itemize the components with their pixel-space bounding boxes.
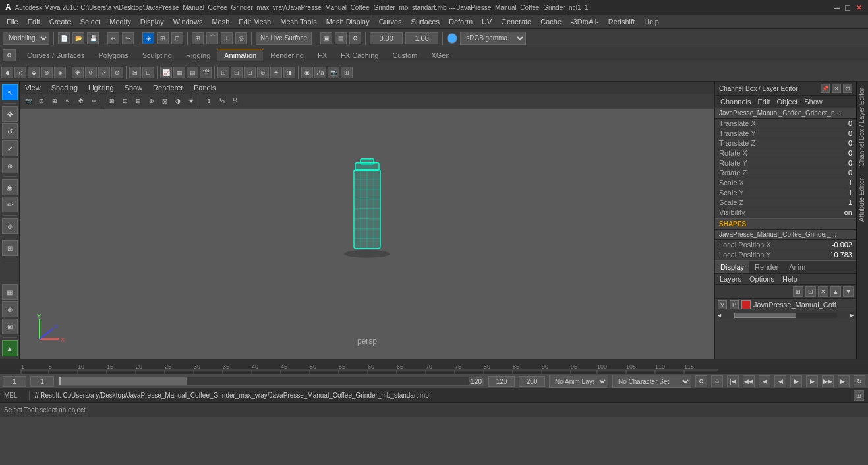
vp-cam-icon[interactable]: 📷: [22, 95, 34, 107]
anim-constraint-icon[interactable]: ⊠: [129, 67, 141, 78]
vp-menu-shading[interactable]: Shading: [49, 83, 80, 92]
channel-scale-y[interactable]: Scale Y 1: [715, 188, 856, 198]
anim-range-bar[interactable]: 120: [58, 377, 484, 386]
menu-display[interactable]: Display: [136, 16, 168, 27]
cb-menu-edit[interactable]: Edit: [755, 97, 772, 106]
close-button[interactable]: ✕: [855, 3, 863, 13]
anim-blend-icon[interactable]: ⊛: [2, 301, 18, 317]
menu-mesh[interactable]: Mesh: [208, 16, 233, 27]
paint-select-tool[interactable]: ✏: [2, 197, 18, 212]
snap-grid-icon[interactable]: ⊞: [192, 32, 204, 44]
le-tab-render[interactable]: Render: [749, 261, 784, 273]
current-frame-input[interactable]: [3, 376, 26, 387]
vp-light-icon[interactable]: ☀: [270, 67, 282, 78]
maximize-button[interactable]: □: [845, 3, 850, 13]
anim-trax-icon[interactable]: ▤: [187, 67, 198, 78]
le-create-layer-icon[interactable]: ⊞: [793, 286, 803, 297]
new-scene-icon[interactable]: 📄: [58, 32, 70, 44]
layer-scroll[interactable]: ◄ ►: [715, 311, 856, 319]
vp-res-half-icon[interactable]: ½: [216, 95, 228, 107]
tab-xgen[interactable]: XGen: [424, 49, 456, 61]
cb-menu-channels[interactable]: Channels: [718, 97, 753, 106]
menu-edit[interactable]: Edit: [24, 16, 44, 27]
snap-tool[interactable]: ⊞: [2, 240, 18, 256]
tab-rendering[interactable]: Rendering: [264, 49, 310, 61]
vp-paint-icon[interactable]: ✏: [88, 95, 100, 107]
vp-grid-icon[interactable]: ⊞: [341, 67, 353, 78]
pb-prev-frame-icon[interactable]: ◀: [759, 375, 770, 387]
live-surface-btn[interactable]: No Live Surface: [256, 32, 312, 45]
menu-cache[interactable]: Cache: [536, 16, 565, 27]
tab-fx-caching[interactable]: FX Caching: [334, 49, 385, 61]
color-space-select[interactable]: sRGB gamma: [460, 32, 526, 45]
channel-translate-y[interactable]: Translate Y 0: [715, 129, 856, 139]
layer-visibility-toggle[interactable]: V: [718, 300, 727, 309]
anim-breakdown-icon[interactable]: ◇: [14, 67, 26, 78]
move-tool[interactable]: ✥: [2, 106, 18, 122]
channel-rotate-z[interactable]: Rotate Z 0: [715, 168, 856, 178]
scroll-right-btn[interactable]: ►: [848, 312, 856, 319]
menu-file[interactable]: File: [3, 16, 22, 27]
anim-max-frame-input[interactable]: [488, 376, 515, 387]
mode-select[interactable]: Modeling: [3, 32, 49, 45]
le-tab-display[interactable]: Display: [715, 261, 749, 273]
pb-next-key-icon[interactable]: ▶▶: [822, 375, 834, 387]
menu-redshift[interactable]: Redshift: [604, 16, 639, 27]
vp-obj-icon[interactable]: ⊡: [119, 95, 131, 107]
anim-set-key-icon[interactable]: ◈: [54, 67, 66, 78]
open-scene-icon[interactable]: 📂: [72, 32, 84, 44]
vp-menu-view[interactable]: View: [22, 83, 43, 92]
vp-camera-icon[interactable]: 📷: [328, 67, 339, 78]
anim-camera-seq-icon[interactable]: 🎬: [200, 67, 212, 78]
le-move-down-icon[interactable]: ▼: [843, 286, 854, 297]
layer-name[interactable]: JavaPresse_Manual_Coff: [753, 301, 854, 309]
anim-key-icon[interactable]: ◆: [1, 67, 13, 78]
vp-move-vp-icon[interactable]: ✥: [75, 95, 87, 107]
layer-color-swatch[interactable]: [741, 300, 751, 309]
menu-create[interactable]: Create: [45, 16, 75, 27]
redo-icon[interactable]: ↪: [122, 32, 134, 44]
tab-polygons[interactable]: Polygons: [92, 49, 134, 61]
pb-play-back-icon[interactable]: ◀: [774, 375, 786, 387]
tab-fx[interactable]: FX: [311, 49, 333, 61]
menu-windows[interactable]: Windows: [169, 16, 207, 27]
vp-wire-tog-icon[interactable]: ⊟: [132, 95, 144, 107]
undo-icon[interactable]: ↩: [107, 32, 119, 44]
tab-rigging[interactable]: Rigging: [179, 49, 217, 61]
pb-next-frame-icon[interactable]: ▶: [806, 375, 818, 387]
anim-max-time-input[interactable]: [519, 376, 545, 387]
cb-float-icon[interactable]: ⊡: [843, 84, 852, 93]
vp-isolate-icon[interactable]: ◉: [301, 67, 313, 78]
vp-shadow-tog-icon[interactable]: ☀: [185, 95, 197, 107]
nav-tool[interactable]: ▲: [2, 340, 18, 356]
quick-rig-icon[interactable]: ⊠: [2, 319, 18, 334]
pb-start-icon[interactable]: |◀: [727, 375, 739, 387]
layer-playback-toggle[interactable]: P: [730, 300, 739, 309]
vp-aa-icon[interactable]: Aa: [314, 67, 326, 78]
scroll-track[interactable]: [734, 313, 837, 318]
cb-pin-icon[interactable]: 📌: [821, 84, 830, 93]
right-tab-channel-box[interactable]: Channel Box / Layer Editor: [857, 82, 868, 172]
tab-curves[interactable]: Curves / Surfaces: [20, 49, 91, 61]
menu-modify[interactable]: Modify: [105, 16, 134, 27]
channel-local-pos-x[interactable]: Local Position X -0.002: [715, 240, 856, 250]
select-hier-icon[interactable]: ⊞: [157, 32, 169, 44]
vp-frame-all-icon[interactable]: ⊞: [49, 95, 61, 107]
pb-play-fwd-icon[interactable]: ▶: [790, 375, 802, 387]
vp-res-full-icon[interactable]: 1: [203, 95, 215, 107]
scroll-left-btn[interactable]: ◄: [715, 312, 724, 319]
vp-ao-icon[interactable]: ◑: [172, 95, 184, 107]
menu-uv[interactable]: UV: [478, 16, 496, 27]
menu-deform[interactable]: Deform: [445, 16, 477, 27]
frame-marker-input[interactable]: [30, 376, 54, 387]
anim-move-icon[interactable]: ✥: [72, 67, 84, 78]
menu-mesh-tools[interactable]: Mesh Tools: [276, 16, 320, 27]
pb-end-icon[interactable]: ▶|: [838, 375, 850, 387]
snap-curve-icon[interactable]: ⌒: [206, 32, 218, 44]
channel-translate-x[interactable]: Translate X 0: [715, 119, 856, 129]
anim-rotate-icon[interactable]: ↺: [85, 67, 97, 78]
anim-ik-icon[interactable]: ⊡: [142, 67, 154, 78]
menu-edit-mesh[interactable]: Edit Mesh: [235, 16, 275, 27]
menu-select[interactable]: Select: [76, 16, 105, 27]
le-menu-options[interactable]: Options: [747, 274, 776, 284]
